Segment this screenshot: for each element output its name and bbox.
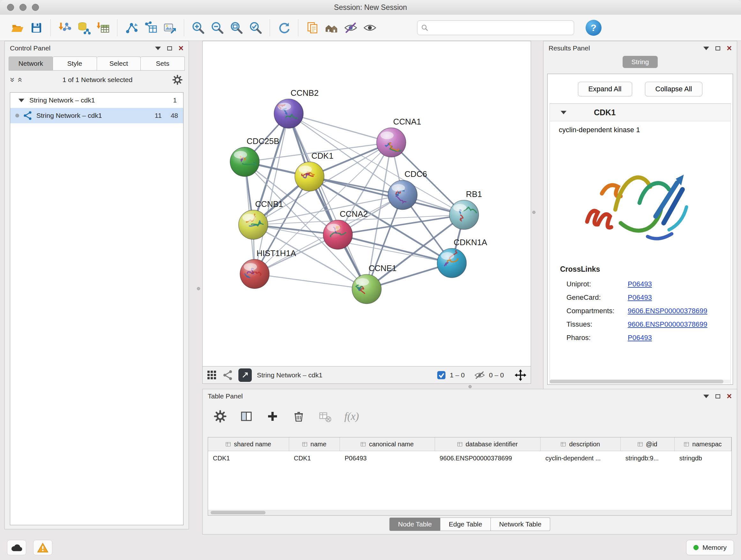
network-edge[interactable]: [289, 114, 391, 142]
column-header-namespac[interactable]: namespac: [675, 437, 731, 451]
show-all-views-button[interactable]: [322, 17, 341, 38]
crosslink-link[interactable]: P06493: [628, 280, 652, 288]
help-button[interactable]: ?: [586, 20, 602, 36]
grid-view-icon[interactable]: [206, 370, 217, 381]
right-splitter-handle[interactable]: [532, 211, 536, 214]
export-view-button[interactable]: [239, 368, 252, 382]
hidden-eye-slash-icon[interactable]: [474, 370, 485, 380]
bottom-splitter-handle[interactable]: [468, 385, 472, 388]
gene-collapse-icon[interactable]: [561, 111, 566, 114]
network-node-cdk1[interactable]: CDK1: [295, 151, 333, 191]
tab-network[interactable]: Network: [9, 57, 53, 71]
network-row[interactable]: String Network – cdk1 11 48: [10, 108, 183, 123]
network-node-cdc25b[interactable]: CDC25B: [230, 137, 279, 177]
float-panel-icon[interactable]: [716, 394, 720, 398]
collection-expand-icon[interactable]: [18, 99, 24, 102]
add-column-plus-icon[interactable]: [266, 410, 279, 423]
delete-column-trash-icon[interactable]: [292, 410, 306, 423]
table-panel: Table Panel × f(x) shared namenamecanoni…: [202, 389, 737, 535]
results-hscrollbar-thumb[interactable]: [549, 380, 724, 383]
network-node-cdkn1a[interactable]: CDKN1A: [437, 238, 488, 278]
close-panel-icon[interactable]: ×: [727, 393, 732, 399]
panel-menu-icon[interactable]: [155, 47, 161, 50]
pan-crosshair-icon[interactable]: [514, 369, 527, 381]
zoom-out-button[interactable]: [208, 17, 227, 38]
tab-style[interactable]: Style: [53, 57, 97, 71]
zoom-fit-button[interactable]: [227, 17, 246, 38]
expand-all-icon[interactable]: «: [18, 78, 23, 82]
column-header-canonical-name[interactable]: canonical name: [340, 437, 435, 451]
network-node-ccna1[interactable]: CCNA1: [377, 117, 421, 157]
hide-graphics-button[interactable]: [341, 17, 360, 38]
results-tab-string[interactable]: String: [623, 56, 658, 68]
tab-network-table[interactable]: Network Table: [491, 517, 550, 531]
network-node-ccne1[interactable]: CCNE1: [352, 264, 397, 304]
import-network-from-database-button[interactable]: [74, 17, 93, 38]
column-header-name[interactable]: name: [289, 437, 340, 451]
import-network-from-file-button[interactable]: [55, 17, 74, 38]
expand-all-button[interactable]: Expand All: [578, 82, 632, 97]
crosslink-link[interactable]: P06493: [628, 294, 652, 302]
clone-network-button[interactable]: [122, 17, 141, 38]
collapse-all-icon[interactable]: »: [10, 78, 16, 82]
network-graph[interactable]: CCNB2CCNA1CDC25BCDK1CDC6RB1CCNB1CCNA2CDK…: [203, 41, 531, 366]
column-header-@id[interactable]: @id: [621, 437, 675, 451]
show-graphics-button[interactable]: [360, 17, 380, 38]
apply-layout-button[interactable]: [274, 17, 293, 38]
table-hscrollbar[interactable]: [208, 510, 731, 515]
network-node-ccnb1[interactable]: CCNB1: [239, 199, 283, 240]
left-splitter-handle[interactable]: [197, 287, 200, 290]
zoom-selected-button[interactable]: [246, 17, 265, 38]
tab-node-table[interactable]: Node Table: [389, 517, 441, 531]
minimize-window-button[interactable]: [19, 4, 26, 11]
import-table-from-file-button[interactable]: [93, 17, 113, 38]
warnings-button[interactable]: [33, 540, 52, 555]
crosslink-link[interactable]: P06493: [628, 334, 652, 342]
network-from-table-button[interactable]: [141, 17, 160, 38]
zoom-window-button[interactable]: [32, 4, 39, 11]
crosslink-link[interactable]: 9606.ENSP00000378699: [628, 320, 708, 328]
close-panel-icon[interactable]: ×: [179, 45, 184, 51]
table-row[interactable]: CDK1CDK1P064939606.ENSP00000378699cyclin…: [208, 451, 731, 465]
birdseye-view-icon[interactable]: [222, 370, 233, 381]
network-canvas[interactable]: CCNB2CCNA1CDC25BCDK1CDC6RB1CCNB1CCNA2CDK…: [202, 41, 531, 367]
tab-sets[interactable]: Sets: [141, 57, 185, 71]
toolbar-separator: [298, 19, 298, 37]
memory-button[interactable]: Memory: [686, 540, 734, 555]
close-window-button[interactable]: [7, 4, 14, 11]
network-node-ccnb2[interactable]: CCNB2: [274, 88, 319, 128]
gene-description: cyclin-dependent kinase 1: [550, 121, 731, 135]
panel-menu-icon[interactable]: [703, 47, 709, 50]
toolbar-search[interactable]: [417, 20, 574, 35]
open-session-button[interactable]: [8, 17, 27, 38]
export-image-button[interactable]: [160, 17, 179, 38]
table-options-gear-icon[interactable]: [213, 410, 227, 423]
network-options-gear-icon[interactable]: [172, 74, 183, 85]
collapse-all-button[interactable]: Collapse All: [645, 82, 703, 97]
close-panel-icon[interactable]: ×: [727, 45, 732, 51]
tab-edge-table[interactable]: Edge Table: [441, 517, 491, 531]
show-columns-icon[interactable]: [240, 410, 253, 423]
selected-checkbox-icon[interactable]: [436, 370, 446, 380]
results-hscrollbar[interactable]: [549, 380, 731, 383]
cloud-status-button[interactable]: [7, 540, 26, 555]
network-collection-row[interactable]: String Network – cdk1 1: [10, 92, 183, 108]
network-edge[interactable]: [255, 274, 367, 289]
column-header-shared-name[interactable]: shared name: [208, 437, 289, 451]
zoom-in-button[interactable]: [189, 17, 208, 38]
gene-header[interactable]: CDK1: [550, 104, 731, 121]
crosslink-link[interactable]: 9606.ENSP00000378699: [628, 307, 708, 315]
column-header-database-identifier[interactable]: database identifier: [435, 437, 541, 451]
network-node-hist1h1a[interactable]: HIST1H1A: [240, 249, 296, 289]
network-node-rb1[interactable]: RB1: [449, 190, 482, 230]
copy-document-button[interactable]: [303, 17, 322, 38]
column-header-description[interactable]: description: [541, 437, 621, 451]
network-edge[interactable]: [289, 114, 367, 289]
float-panel-icon[interactable]: [716, 46, 720, 51]
float-panel-icon[interactable]: [167, 46, 172, 51]
save-session-button[interactable]: [27, 17, 46, 38]
table-hscrollbar-thumb[interactable]: [211, 511, 266, 514]
tab-select[interactable]: Select: [97, 57, 141, 71]
search-input[interactable]: [431, 23, 570, 32]
panel-menu-icon[interactable]: [703, 395, 709, 398]
